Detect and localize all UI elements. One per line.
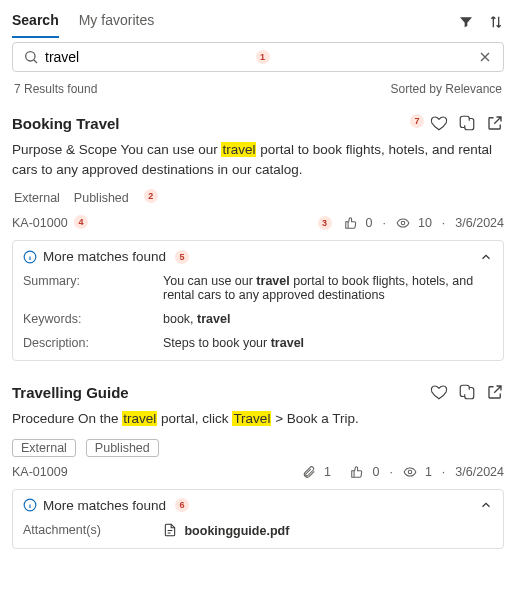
result-snippet: Purpose & Scope You can use our travel p… [12, 140, 504, 179]
file-icon [163, 523, 177, 537]
result-tags: External Published [12, 439, 504, 457]
more-matches-toggle[interactable]: More matches found 6 [23, 498, 493, 513]
attachment-count: 1 [324, 465, 331, 479]
attachment-icon[interactable] [302, 465, 316, 479]
search-icon [23, 49, 39, 65]
marker-7: 7 [410, 114, 424, 128]
more-matches-panel: More matches found 6 Attachment(s) booki… [12, 489, 504, 549]
tag-published: Published [72, 189, 131, 207]
favorite-icon[interactable] [430, 114, 448, 132]
result-stats: 1 0 1 3/6/2024 [302, 465, 504, 479]
result-actions [430, 383, 504, 401]
meta-row: 7 Results found Sorted by Relevance [0, 78, 516, 106]
filter-icon[interactable] [458, 14, 474, 30]
svg-point-1 [401, 221, 405, 225]
highlight: travel [221, 142, 256, 157]
attachment-value[interactable]: bookingguide.pdf [163, 523, 493, 538]
keywords-key: Keywords: [23, 312, 163, 326]
svg-point-0 [26, 52, 35, 61]
results-count: 7 Results found [14, 82, 97, 96]
thumbs-up-icon[interactable] [350, 465, 364, 479]
tag-published: Published [86, 439, 159, 457]
description-key: Description: [23, 336, 163, 350]
match-description: Description: Steps to book your travel [23, 336, 493, 350]
search-input[interactable] [45, 49, 253, 65]
popout-icon[interactable] [486, 114, 504, 132]
result-actions: 7 [407, 114, 504, 132]
views-icon [403, 465, 417, 479]
result-snippet: Procedure On the travel portal, click Tr… [12, 409, 504, 429]
result-tags: External Published 2 [12, 189, 504, 207]
clear-icon[interactable] [477, 49, 493, 65]
chevron-up-icon [479, 498, 493, 512]
result-item: Travelling Guide Procedure On the travel… [0, 375, 516, 563]
copy-link-icon[interactable] [458, 383, 476, 401]
chevron-up-icon [479, 250, 493, 264]
tag-external: External [12, 189, 62, 207]
thumbs-up-icon[interactable] [344, 216, 358, 230]
match-summary: Summary: You can use our travel portal t… [23, 274, 493, 302]
more-matches-label: More matches found [43, 249, 166, 264]
views-icon [396, 216, 410, 230]
sort-label: Sorted by Relevance [391, 82, 502, 96]
tab-favorites[interactable]: My favorites [79, 6, 154, 38]
description-value: Steps to book your travel [163, 336, 493, 350]
marker-2: 2 [144, 189, 158, 203]
copy-link-icon[interactable] [458, 114, 476, 132]
views-count: 1 [425, 465, 432, 479]
summary-value: You can use our travel portal to book fl… [163, 274, 493, 302]
likes-count: 0 [366, 216, 373, 230]
favorite-icon[interactable] [430, 383, 448, 401]
highlight: Travel [232, 411, 271, 426]
result-item: Booking Travel 7 Purpose & Scope You can… [0, 106, 516, 375]
info-icon [23, 498, 37, 512]
result-title[interactable]: Travelling Guide [12, 384, 129, 401]
result-date: 3/6/2024 [455, 465, 504, 479]
top-icons [458, 14, 504, 30]
result-stats: 3 0 10 3/6/2024 [315, 216, 505, 230]
svg-point-3 [408, 470, 412, 474]
popout-icon[interactable] [486, 383, 504, 401]
marker-6: 6 [175, 498, 189, 512]
marker-1: 1 [256, 50, 270, 64]
tab-search[interactable]: Search [12, 6, 59, 38]
attachment-key: Attachment(s) [23, 523, 163, 538]
tabs: Search My favorites [12, 6, 458, 38]
highlight: travel [122, 411, 157, 426]
marker-4: 4 [74, 215, 88, 229]
result-title[interactable]: Booking Travel [12, 115, 120, 132]
result-date: 3/6/2024 [455, 216, 504, 230]
views-count: 10 [418, 216, 432, 230]
more-matches-toggle[interactable]: More matches found 5 [23, 249, 493, 264]
match-attachment: Attachment(s) bookingguide.pdf [23, 523, 493, 538]
marker-3: 3 [318, 216, 332, 230]
result-id: KA-01009 [12, 465, 68, 479]
match-keywords: Keywords: book, travel [23, 312, 493, 326]
top-bar: Search My favorites [0, 0, 516, 38]
marker-5: 5 [175, 250, 189, 264]
more-matches-panel: More matches found 5 Summary: You can us… [12, 240, 504, 361]
search-wrap: 1 [0, 38, 516, 78]
result-id: KA-01000 [12, 216, 68, 230]
summary-key: Summary: [23, 274, 163, 302]
search-box[interactable]: 1 [12, 42, 504, 72]
sort-icon[interactable] [488, 14, 504, 30]
info-icon [23, 250, 37, 264]
tag-external: External [12, 439, 76, 457]
likes-count: 0 [372, 465, 379, 479]
keywords-value: book, travel [163, 312, 493, 326]
more-matches-label: More matches found [43, 498, 166, 513]
